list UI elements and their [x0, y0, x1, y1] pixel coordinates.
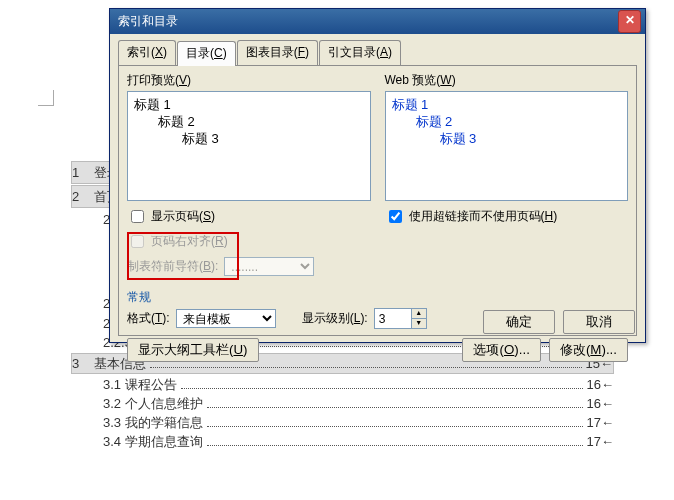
- tab-panel-toc: 打印预览(V) 标题 1 标题 2 标题 3 显示页码(S) 页码右对齐(R) …: [118, 65, 637, 336]
- toc-entry-row: 3.1课程公告16←: [71, 375, 614, 394]
- levels-spinner[interactable]: ▲▼: [374, 308, 427, 329]
- right-align-page-numbers-checkbox: 页码右对齐(R): [127, 232, 371, 251]
- spinner-up-icon[interactable]: ▲: [411, 309, 426, 319]
- ok-button[interactable]: 确定: [483, 310, 555, 334]
- dialog-title: 索引和目录: [114, 13, 618, 30]
- format-label: 格式(T):: [127, 310, 170, 327]
- tab-leader-select: ........: [224, 257, 314, 276]
- toc-entry-row: 3.4学期信息查询17←: [71, 432, 614, 451]
- index-and-toc-dialog: 索引和目录 ✕ 索引(X) 目录(C) 图表目录(F) 引文目录(A) 打印预览…: [109, 8, 646, 343]
- dialog-titlebar[interactable]: 索引和目录 ✕: [110, 9, 645, 34]
- levels-label: 显示级别(L):: [302, 310, 368, 327]
- tab-toc[interactable]: 目录(C): [177, 41, 236, 66]
- web-preview-label: Web 预览(W): [385, 72, 629, 89]
- show-page-numbers-input[interactable]: [131, 210, 144, 223]
- use-hyperlinks-input[interactable]: [389, 210, 402, 223]
- page-margin-marker-left: [38, 90, 54, 106]
- close-icon[interactable]: ✕: [618, 10, 641, 33]
- web-preview-box: 标题 1 标题 2 标题 3: [385, 91, 629, 201]
- tab-leader-row: 制表符前导符(B): ........: [127, 257, 371, 276]
- dialog-tabs: 索引(X) 目录(C) 图表目录(F) 引文目录(A): [118, 40, 637, 65]
- show-outline-toolbar-button[interactable]: 显示大纲工具栏(U): [127, 338, 259, 362]
- right-align-input: [131, 235, 144, 248]
- spinner-down-icon[interactable]: ▼: [411, 319, 426, 328]
- format-select[interactable]: 来自模板: [176, 309, 276, 328]
- tab-authorities[interactable]: 引文目录(A): [319, 40, 401, 65]
- use-hyperlinks-checkbox[interactable]: 使用超链接而不使用页码(H): [385, 207, 629, 226]
- print-preview-box: 标题 1 标题 2 标题 3: [127, 91, 371, 201]
- toc-entry-row: 3.2个人信息维护16←: [71, 394, 614, 413]
- cancel-button[interactable]: 取消: [563, 310, 635, 334]
- tab-index[interactable]: 索引(X): [118, 40, 176, 65]
- options-button[interactable]: 选项(O)...: [462, 338, 540, 362]
- modify-button[interactable]: 修改(M)...: [549, 338, 628, 362]
- print-preview-label: 打印预览(V): [127, 72, 371, 89]
- general-heading: 常规: [127, 289, 628, 306]
- toc-entry-row: 3.3我的学籍信息17←: [71, 413, 614, 432]
- show-page-numbers-checkbox[interactable]: 显示页码(S): [127, 207, 371, 226]
- tab-figures[interactable]: 图表目录(F): [237, 40, 318, 65]
- levels-input[interactable]: [375, 310, 411, 327]
